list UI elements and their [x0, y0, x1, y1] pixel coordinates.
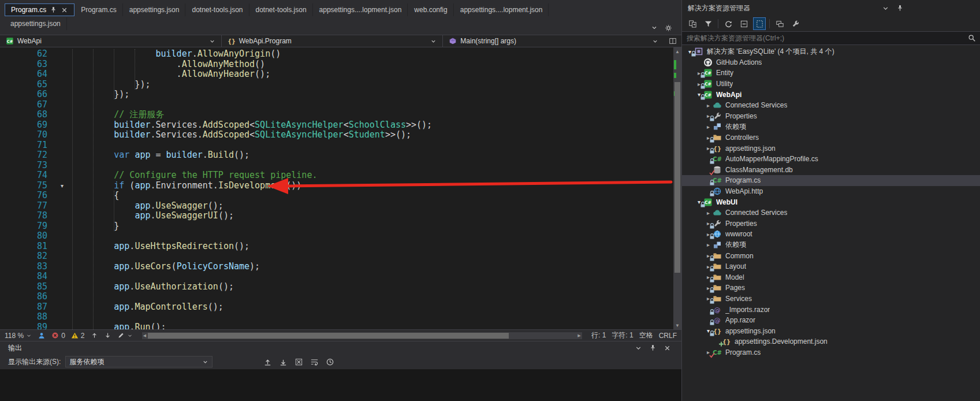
tree-item-wwwroot[interactable]: ▸wwwroot	[682, 229, 980, 240]
project-dropdown[interactable]: C# WebApi	[0, 35, 222, 47]
pin-icon[interactable]	[50, 6, 57, 14]
code-line-84[interactable]: 84	[0, 272, 681, 282]
feedback-icon[interactable]	[38, 332, 46, 340]
next-message-icon[interactable]	[279, 358, 288, 366]
timestamp-icon[interactable]	[326, 358, 334, 366]
split-editor-button[interactable]	[664, 35, 681, 47]
tree-item-webui[interactable]: ▾C#WebUI	[682, 196, 980, 207]
error-count[interactable]: 0	[51, 332, 65, 340]
tree-item-program-cs[interactable]: ▸C#Program.cs	[682, 347, 980, 358]
code-line-65[interactable]: 65 });	[0, 80, 681, 90]
code-editor[interactable]: 62 builder.AllowAnyOrigin()63 .AllowAnyM…	[0, 47, 681, 329]
editor-horizontal-scrollbar[interactable]: ◀ ▶	[142, 332, 582, 339]
code-line-79[interactable]: 79 }	[0, 221, 681, 232]
cursor-char[interactable]: 字符: 1	[612, 331, 633, 340]
tree-item-controllers[interactable]: ▸Controllers	[682, 132, 980, 143]
tree-item-依赖项[interactable]: ▸依赖项	[682, 240, 980, 251]
code-line-87[interactable]: 87 app.MapControllers();	[0, 302, 681, 313]
properties-button[interactable]	[789, 18, 801, 29]
code-line-86[interactable]: 86	[0, 292, 681, 302]
tab-dotnet-tools-json[interactable]: dotnet-tools.json	[186, 3, 249, 16]
output-source-dropdown[interactable]: 服务依赖项	[65, 356, 213, 367]
tree-item-properties[interactable]: ▸Properties	[682, 111, 980, 122]
tree-item-解决方案-easysqlite-4-个项目-共-4-个[interactable]: ▾解决方案 'EasySQLite' (4 个项目, 共 4 个)	[682, 46, 980, 57]
member-dropdown[interactable]: Main(string[] args)	[443, 35, 664, 47]
tab-program-cs[interactable]: Program.cs	[75, 3, 122, 16]
scroll-up-arrow[interactable]: ▲	[673, 47, 681, 55]
code-line-75[interactable]: 75▾ if (app.Environment.IsDevelopment())	[0, 181, 681, 191]
code-line-69[interactable]: 69 builder.Services.AddScoped<SQLiteAsyn…	[0, 120, 681, 131]
code-line-89[interactable]: 89 app.Run();	[0, 322, 681, 330]
gear-icon[interactable]	[665, 24, 672, 32]
code-line-74[interactable]: 74 // Configure the HTTP request pipelin…	[0, 170, 681, 181]
code-line-62[interactable]: 62 builder.AllowAnyOrigin()	[0, 49, 681, 60]
pin-icon[interactable]	[649, 344, 657, 352]
navigate-up-icon[interactable]	[91, 332, 98, 339]
clear-all-icon[interactable]	[295, 358, 303, 366]
indent-mode[interactable]: 空格	[639, 331, 653, 340]
tree-item-automappermappingprofile-cs[interactable]: C#AutoMapperMappingProfile.cs	[682, 154, 980, 165]
output-content[interactable]	[0, 369, 681, 401]
code-line-66[interactable]: 66 });	[0, 90, 681, 100]
prev-message-icon[interactable]	[263, 358, 272, 366]
code-line-68[interactable]: 68 // 注册服务	[0, 110, 681, 120]
window-position-chevron-down-icon[interactable]	[635, 344, 642, 352]
scroll-down-arrow[interactable]: ▼	[673, 321, 681, 329]
tab-appsettings-json[interactable]: appsettings.json	[5, 17, 67, 30]
tab-appsettings-json[interactable]: appsettings.json	[124, 3, 186, 16]
code-line-71[interactable]: 71	[0, 140, 681, 151]
chevron-collapsed-icon[interactable]: ▸	[704, 242, 713, 248]
word-wrap-icon[interactable]	[310, 358, 319, 366]
navigate-down-icon[interactable]	[104, 332, 111, 339]
fold-chevron-icon[interactable]: ▾	[53, 181, 72, 191]
tab-appsettings-lopment-json[interactable]: appsettings....lopment.json	[314, 3, 408, 16]
tree-item-entity[interactable]: ▸C#Entity	[682, 68, 980, 79]
tree-item-imports-razor[interactable]: @_Imports.razor	[682, 304, 980, 315]
tree-item-classmanagement-db[interactable]: ClassManagement.db	[682, 165, 980, 176]
code-line-85[interactable]: 85 app.UseAuthorization();	[0, 282, 681, 292]
tree-item-services[interactable]: ▸Services	[682, 294, 980, 305]
chevron-collapsed-icon[interactable]: ▸	[704, 124, 713, 130]
tree-item-webapi[interactable]: ▾C#WebApi	[682, 89, 980, 100]
refresh-button[interactable]	[722, 18, 734, 29]
tree-item-program-cs[interactable]: C#Program.cs	[682, 175, 980, 186]
code-line-77[interactable]: 77 app.UseSwagger();	[0, 201, 681, 211]
tree-item-webapi-http[interactable]: WebApi.http	[682, 186, 980, 197]
code-line-83[interactable]: 83 app.UseCors(PolicyCorsName);	[0, 262, 681, 272]
cursor-line[interactable]: 行: 1	[591, 331, 606, 340]
close-icon[interactable]	[664, 344, 671, 352]
tree-item-app-razor[interactable]: @App.razor	[682, 315, 980, 326]
tree-item-properties[interactable]: ▸Properties	[682, 218, 980, 229]
scroll-right-arrow[interactable]: ▶	[576, 332, 582, 339]
line-ending[interactable]: CRLF	[659, 332, 677, 340]
sync-active-document-button[interactable]	[687, 18, 698, 29]
code-line-63[interactable]: 63 .AllowAnyMethod()	[0, 60, 681, 70]
tree-item-appsettings-json[interactable]: ▾{}appsettings.json	[682, 325, 980, 336]
collapse-all-button[interactable]	[738, 18, 750, 29]
tree-item-appsettings-development-json[interactable]: {}appsettings.Development.json	[682, 336, 980, 347]
tab-dotnet-tools-json[interactable]: dotnet-tools.json	[250, 3, 313, 16]
tree-item-github-actions[interactable]: GitHub Actions	[682, 57, 980, 68]
code-line-64[interactable]: 64 .AllowAnyHeader();	[0, 69, 681, 80]
tree-item-依赖项[interactable]: ▸依赖项	[682, 121, 980, 132]
nest-files-button[interactable]	[774, 18, 785, 29]
show-all-files-button[interactable]	[754, 18, 765, 29]
close-icon[interactable]	[61, 6, 68, 14]
chevron-collapsed-icon[interactable]: ▸	[704, 210, 713, 216]
pending-filter-button[interactable]	[702, 18, 714, 29]
code-line-67[interactable]: 67	[0, 100, 681, 110]
tree-item-connected-services[interactable]: ▸Connected Services	[682, 100, 980, 111]
scrollbar-thumb[interactable]	[675, 82, 680, 273]
code-line-73[interactable]: 73	[0, 161, 681, 171]
code-line-88[interactable]: 88	[0, 312, 681, 322]
chevron-collapsed-icon[interactable]: ▸	[704, 102, 713, 109]
window-position-chevron-down-icon[interactable]	[882, 5, 889, 12]
pen-control[interactable]	[117, 332, 133, 339]
zoom-control[interactable]: 118 %	[5, 332, 32, 340]
tree-item-common[interactable]: ▸Common	[682, 250, 980, 261]
code-line-70[interactable]: 70 builder.Services.AddScoped<SQLiteAsyn…	[0, 130, 681, 140]
pin-icon[interactable]	[896, 5, 904, 12]
solution-search-input[interactable]	[682, 34, 980, 42]
tree-item-pages[interactable]: ▸Pages	[682, 283, 980, 294]
tree-item-layout[interactable]: ▸Layout	[682, 261, 980, 272]
